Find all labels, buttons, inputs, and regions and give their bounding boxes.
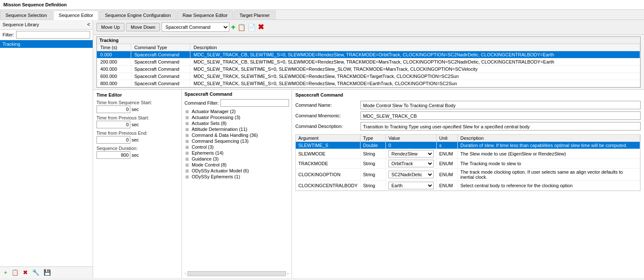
copy-sequence-button[interactable]: 📋 xyxy=(10,269,20,276)
command-type-select[interactable]: Spacecraft Command xyxy=(162,22,229,32)
arg-value-dropdown[interactable]: EarthMarsSun xyxy=(388,182,434,189)
arg-value-dropdown[interactable]: OrbitTrackMarsTrackEarthTrackTargetTrack xyxy=(388,160,434,167)
arg-value-select[interactable]: OrbitTrackMarsTrackEarthTrackTargetTrack xyxy=(385,159,436,169)
arg-value-dropdown[interactable]: SC2NadirDeticSCVelocitySC2Sun xyxy=(388,171,434,178)
cmd-tree-item[interactable]: ⊞Mode Control (8) xyxy=(184,162,289,168)
cmd-tree-item[interactable]: ⊞Command & Data Handling (36) xyxy=(184,132,289,138)
arg-type: String xyxy=(360,149,385,159)
cmd-tree-item[interactable]: ⊞Guidance (3) xyxy=(184,156,289,162)
seq-time: 800.000 xyxy=(97,80,131,87)
tab-target-planner[interactable]: Target Planner xyxy=(234,11,275,19)
args-table: Argument Type Value Unit Description SLE… xyxy=(296,135,640,191)
app-title: Mission Sequence Definition xyxy=(3,2,67,7)
command-description-label: Command Description: xyxy=(295,124,359,129)
table-row[interactable]: 800.000 Spacecraft Command MDC_SLEW_TRAC… xyxy=(97,80,640,87)
cmd-tree-item[interactable]: ⊞Actuator Sets (8) xyxy=(184,120,289,126)
args-col-unit: Unit xyxy=(436,135,457,142)
cmd-tree-label: ODySSy Ephemeris (1) xyxy=(192,174,240,179)
tab-sequence-editor[interactable]: Sequence Editor xyxy=(53,11,99,20)
wrench-button[interactable]: 🔧 xyxy=(31,269,41,276)
delete-command-icon[interactable]: ✖ xyxy=(258,22,264,32)
seq-description: MDC_SLEW_TRACK_CB, SLEWTIME_S=0, SLEWMOD… xyxy=(190,58,640,66)
title-bar: Mission Sequence Definition xyxy=(0,0,644,10)
cmd-tree-item[interactable]: ⊞ODySSy Actuator Model (6) xyxy=(184,168,289,174)
cmd-tree-label: Guidance (3) xyxy=(192,156,219,161)
seq-description: MDC_SLEW_TRACK, SLEWTIME_S=0, SLEWMODE=R… xyxy=(190,73,640,80)
seq-type: Spacecraft Command xyxy=(131,73,190,80)
scroll-right-icon[interactable]: > xyxy=(287,272,289,276)
collapse-icon[interactable]: < xyxy=(87,22,90,28)
library-item-tracking[interactable]: Tracking xyxy=(0,40,93,48)
copy-command-icon[interactable]: 📋 xyxy=(237,23,246,31)
tab-sequence-selection[interactable]: Sequence Selection xyxy=(0,11,52,19)
sequence-group-label: Tracking xyxy=(97,37,640,44)
time-from-seq-start-input[interactable] xyxy=(96,105,130,113)
time-from-prev-start-label: Time from Previous Start: xyxy=(96,115,178,120)
arg-argument: SLEWTIME_S xyxy=(296,142,360,149)
seq-time: 0.000 xyxy=(97,51,131,58)
arg-value-select[interactable]: RendezSlewEigenSlew xyxy=(385,149,436,159)
time-from-prev-start-input[interactable] xyxy=(96,121,130,128)
command-mnemonic-label: Command Mnemonic: xyxy=(295,113,359,118)
add-command-icon[interactable]: + xyxy=(231,23,236,32)
cmd-tree-label: Ephemeris (14) xyxy=(192,150,223,155)
delete-sequence-button[interactable]: ✖ xyxy=(22,269,29,276)
detail-panel: Spacecraft Command Command Name: Mode Co… xyxy=(292,90,644,278)
seq-type: Spacecraft Command xyxy=(131,66,190,73)
cmd-tree-item[interactable]: ⊞ODySSy Ephemeris (1) xyxy=(184,174,289,180)
command-mnemonic-row: Command Mnemonic: MDC_SLEW_TRACK_CB xyxy=(295,111,641,120)
args-row[interactable]: SLEWTIME_S Double 0 s Duration of slew. … xyxy=(296,142,640,149)
paste-command-icon[interactable]: 📄 xyxy=(248,23,256,31)
cmd-tree-item[interactable]: ⊞Command Sequencing (13) xyxy=(184,138,289,144)
args-col-type: Type xyxy=(360,135,385,142)
arg-type: String xyxy=(360,169,385,181)
cmd-tree-item[interactable]: ⊞Actuator Manager (2) xyxy=(184,108,289,114)
cmd-tree-item[interactable]: ⊞Actuator Processing (3) xyxy=(184,114,289,120)
arg-unit: ENUM xyxy=(436,149,457,159)
sequence-duration-input[interactable] xyxy=(96,151,130,159)
move-down-button[interactable]: Move Down xyxy=(126,23,160,31)
table-row[interactable]: 200.000 Spacecraft Command MDC_SLEW_TRAC… xyxy=(97,58,640,66)
command-panel-title: Spacecraft Command xyxy=(184,91,289,97)
expand-icon: ⊞ xyxy=(185,127,190,132)
arg-value-dropdown[interactable]: RendezSlewEigenSlew xyxy=(388,150,434,158)
detail-panel-title: Spacecraft Command xyxy=(295,92,641,97)
tab-raw-sequence-editor[interactable]: Raw Sequence Editor xyxy=(177,11,233,19)
args-row[interactable]: TRACKMODE String OrbitTrackMarsTrackEart… xyxy=(296,159,640,169)
cmd-tree-item[interactable]: ⊞Ephemeris (14) xyxy=(184,150,289,156)
filter-input[interactable] xyxy=(16,31,91,39)
seq-type: Spacecraft Command xyxy=(131,51,190,58)
seq-description: MDC_SLEW_TRACK, SLEWTIME_S=0, SLEWMODE=R… xyxy=(190,80,640,87)
seq-time: 600.000 xyxy=(97,73,131,80)
cmd-tree-item[interactable]: ⊞Attitude Determination (11) xyxy=(184,126,289,132)
command-name-row: Command Name: Mode Control Slew To Track… xyxy=(295,101,641,109)
arg-value-select[interactable]: EarthMarsSun xyxy=(385,181,436,191)
command-mnemonic-value: MDC_SLEW_TRACK_CB xyxy=(361,111,641,120)
cmd-tree-label: Attitude Determination (11) xyxy=(192,127,247,132)
move-up-button[interactable]: Move Up xyxy=(96,23,124,31)
arg-description: Select central body to reference for the… xyxy=(457,181,640,191)
table-row[interactable]: 600.000 Spacecraft Command MDC_SLEW_TRAC… xyxy=(97,73,640,80)
time-editor: Time Editor Time from Sequence Start: se… xyxy=(93,90,182,278)
time-from-prev-start-row: Time from Previous Start: sec xyxy=(96,115,178,128)
args-row[interactable]: CLOCKINGCENTRALBODY String EarthMarsSun … xyxy=(296,181,640,191)
library-toolbar: + 📋 ✖ 🔧 💾 xyxy=(0,266,93,278)
args-row[interactable]: CLOCKINGOPTION String SC2NadirDeticSCVel… xyxy=(296,169,640,181)
args-row[interactable]: SLEWMODE String RendezSlewEigenSlew ENUM… xyxy=(296,149,640,159)
cmd-tree-label: Mode Control (8) xyxy=(192,162,227,167)
scroll-left-icon[interactable]: < xyxy=(184,272,187,276)
tab-sequence-engine-config[interactable]: Sequence Engine Configuration xyxy=(99,11,176,19)
arg-value-select[interactable]: SC2NadirDeticSCVelocitySC2Sun xyxy=(385,169,436,181)
table-row[interactable]: 0.000 Spacecraft Command MDC_SLEW_TRACK_… xyxy=(97,51,640,58)
command-filter-input[interactable] xyxy=(220,99,289,107)
cmd-tree-item[interactable]: ⊞Control (3) xyxy=(184,144,289,150)
expand-icon: ⊞ xyxy=(185,121,190,126)
add-sequence-button[interactable]: + xyxy=(3,269,8,276)
arg-type: String xyxy=(360,181,385,191)
time-from-prev-end-input[interactable] xyxy=(96,136,130,144)
top-toolbar: Move Up Move Down Spacecraft Command + 📋… xyxy=(93,20,644,35)
table-row[interactable]: 400.000 Spacecraft Command MDC_SLEW_TRAC… xyxy=(97,66,640,73)
cmd-tree-label: Actuator Manager (2) xyxy=(192,109,236,114)
save-sequence-button[interactable]: 💾 xyxy=(42,269,52,276)
arg-unit: ENUM xyxy=(436,159,457,169)
